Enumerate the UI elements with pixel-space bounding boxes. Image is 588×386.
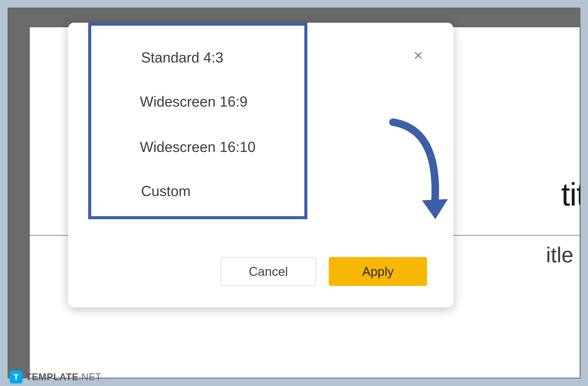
watermark-logo-icon: T: [10, 370, 23, 383]
dialog-button-row: Cancel Apply: [220, 257, 427, 286]
apply-button[interactable]: Apply: [329, 257, 427, 286]
aspect-option-widescreen-16-10[interactable]: Widescreen 16:10: [140, 139, 255, 155]
watermark: T TEMPLATE.NET: [10, 370, 102, 383]
watermark-suffix: .NET: [79, 372, 102, 382]
aspect-option-widescreen-16-9[interactable]: Widescreen 16:9: [140, 93, 248, 110]
slide-title-placeholder: tit: [561, 176, 580, 213]
slide-subtitle-placeholder: itle: [546, 243, 573, 267]
watermark-text: TEMPLATE.NET: [26, 372, 102, 382]
cancel-button[interactable]: Cancel: [220, 257, 316, 286]
close-icon: [412, 49, 424, 61]
aspect-option-custom[interactable]: Custom: [141, 183, 190, 199]
close-button[interactable]: [411, 48, 426, 63]
aspect-option-standard[interactable]: Standard 4:3: [141, 49, 223, 66]
page-setup-dialog: Standard 4:3 Widescreen 16:9 Widescreen …: [68, 23, 453, 307]
watermark-brand: TEMPLATE: [26, 372, 79, 382]
